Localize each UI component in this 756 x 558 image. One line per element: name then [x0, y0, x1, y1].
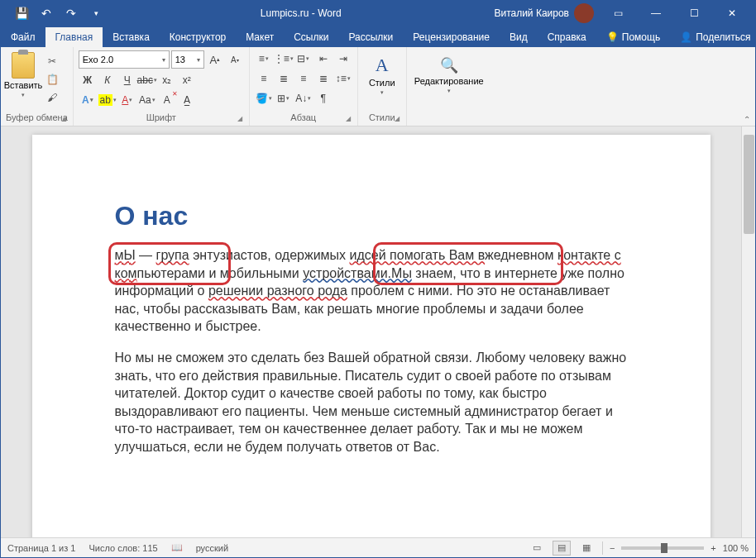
titlebar: 💾 ↶ ↷ ▾ Lumpics.ru - Word Виталий Каиров… — [1, 1, 755, 26]
font-size-combo[interactable]: 13▾ — [171, 50, 204, 69]
text-effects-icon[interactable]: A — [79, 92, 97, 108]
styles-icon: A — [376, 55, 389, 76]
line-spacing-icon[interactable]: ↕≡ — [334, 70, 352, 87]
document-page[interactable]: О нас мЫ — група энтузиастов, одержимых … — [32, 135, 711, 537]
clipboard-icon — [12, 52, 35, 79]
zoom-level[interactable]: 100 % — [723, 543, 749, 553]
paste-button[interactable]: Вставить ▾ — [6, 50, 41, 100]
borders-icon[interactable]: ⊞ — [275, 90, 293, 107]
styles-button[interactable]: A Стили ▾ — [363, 50, 401, 100]
dialog-launcher-icon[interactable]: ◢ — [395, 115, 400, 122]
proofing-icon[interactable]: 📖 — [171, 542, 183, 553]
zoom-in-icon[interactable]: + — [711, 543, 715, 553]
maximize-icon[interactable]: ☐ — [675, 1, 713, 26]
editing-button[interactable]: 🔍 Редактирование ▾ — [412, 50, 486, 100]
decrease-indent-icon[interactable]: ⇤ — [314, 50, 333, 67]
show-marks-icon[interactable]: ¶ — [314, 90, 333, 107]
sort-icon[interactable]: A↓ — [294, 90, 313, 107]
quick-access-toolbar: 💾 ↶ ↷ ▾ — [5, 3, 112, 23]
tab-review[interactable]: Рецензирование — [403, 27, 500, 47]
strikethrough-icon[interactable]: abc — [138, 72, 156, 88]
tab-view[interactable]: Вид — [500, 27, 538, 47]
dialog-launcher-icon[interactable]: ◢ — [237, 115, 242, 122]
undo-icon[interactable]: ↶ — [36, 3, 56, 23]
group-styles: A Стили ▾ Стили◢ — [358, 47, 407, 126]
increase-indent-icon[interactable]: ⇥ — [334, 50, 352, 67]
cut-icon[interactable]: ✂ — [44, 54, 60, 69]
group-label-paragraph: Абзац◢ — [255, 111, 352, 124]
print-layout-icon[interactable]: ▤ — [553, 541, 571, 556]
numbering-icon[interactable]: ⋮≡ — [275, 50, 293, 67]
font-color-icon[interactable]: A — [118, 92, 136, 108]
format-painter-icon[interactable]: 🖌 — [44, 90, 60, 105]
tab-file[interactable]: Файл — [1, 27, 45, 47]
shading-icon[interactable]: 🪣 — [255, 90, 273, 107]
chevron-down-icon: ▾ — [447, 88, 451, 94]
multilevel-list-icon[interactable]: ⊟ — [294, 50, 313, 67]
underline-icon[interactable]: Ч — [118, 72, 136, 88]
tab-design[interactable]: Конструктор — [160, 27, 236, 47]
group-editing: 🔍 Редактирование ▾ — [407, 47, 491, 126]
zoom-out-icon[interactable]: − — [610, 543, 615, 553]
redo-icon[interactable]: ↷ — [61, 3, 81, 23]
character-border-icon[interactable]: A̲ — [178, 92, 196, 108]
tab-mailings[interactable]: Рассылки — [338, 27, 403, 47]
dialog-launcher-icon[interactable]: ◢ — [61, 115, 66, 122]
justify-icon[interactable]: ≣ — [314, 70, 333, 87]
tab-layout[interactable]: Макет — [236, 27, 284, 47]
vertical-scrollbar[interactable] — [741, 126, 755, 537]
page-scroll[interactable]: О нас мЫ — група энтузиастов, одержимых … — [1, 126, 741, 537]
read-mode-icon[interactable]: ▭ — [528, 541, 546, 556]
tab-help[interactable]: Справка — [538, 27, 596, 47]
tab-home[interactable]: Главная — [45, 27, 103, 47]
zoom-slider[interactable] — [621, 546, 704, 550]
app-window: 💾 ↶ ↷ ▾ Lumpics.ru - Word Виталий Каиров… — [0, 0, 756, 558]
tab-references[interactable]: Ссылки — [284, 27, 338, 47]
ribbon-display-icon[interactable]: ▭ — [599, 1, 637, 26]
group-paragraph: ≡ ⋮≡ ⊟ ⇤ ⇥ ≡ ≣ ≡ ≣ ↕≡ 🪣 — [250, 47, 358, 126]
dialog-launcher-icon[interactable]: ◢ — [346, 115, 351, 122]
subscript-icon[interactable]: x₂ — [158, 72, 176, 88]
statusbar: Страница 1 из 1 Число слов: 115 📖 русски… — [1, 537, 755, 557]
scrollbar-thumb[interactable] — [744, 135, 754, 234]
window-controls: — ☐ ✕ — [637, 1, 751, 26]
zoom-thumb[interactable] — [661, 543, 667, 553]
search-icon: 🔍 — [440, 56, 458, 74]
qat-customize-icon[interactable]: ▾ — [86, 3, 106, 23]
italic-icon[interactable]: К — [98, 72, 117, 88]
bold-icon[interactable]: Ж — [79, 72, 97, 88]
web-layout-icon[interactable]: ▦ — [577, 541, 596, 556]
align-center-icon[interactable]: ≣ — [275, 70, 293, 87]
align-right-icon[interactable]: ≡ — [294, 70, 313, 87]
status-word-count[interactable]: Число слов: 115 — [89, 543, 157, 553]
minimize-icon[interactable]: — — [637, 1, 675, 26]
window-title: Lumpics.ru - Word — [112, 7, 489, 19]
bullets-icon[interactable]: ≡ — [255, 50, 273, 67]
copy-icon[interactable]: 📋 — [44, 72, 60, 87]
status-language[interactable]: русский — [196, 543, 228, 553]
doc-paragraph-1: мЫ — група энтузиастов, одержимых идсей … — [115, 246, 628, 336]
share-button[interactable]: 👤Поделиться — [670, 27, 756, 47]
shrink-font-icon[interactable]: A▾ — [226, 51, 244, 68]
chevron-down-icon: ▾ — [22, 92, 25, 98]
clear-formatting-icon[interactable]: A✕ — [158, 92, 176, 108]
change-case-icon[interactable]: Aa — [138, 92, 156, 108]
tab-insert[interactable]: Вставка — [103, 27, 160, 47]
separator — [602, 541, 603, 555]
document-area: О нас мЫ — група энтузиастов, одержимых … — [1, 126, 755, 537]
status-page[interactable]: Страница 1 из 1 — [7, 543, 75, 553]
user-name: Виталий Каиров — [494, 7, 569, 19]
save-icon[interactable]: 💾 — [12, 3, 31, 23]
superscript-icon[interactable]: x² — [178, 72, 196, 88]
align-left-icon[interactable]: ≡ — [255, 70, 273, 87]
close-icon[interactable]: ✕ — [713, 1, 751, 26]
highlight-icon[interactable]: ab — [98, 92, 117, 108]
grow-font-icon[interactable]: A▴ — [206, 51, 224, 68]
user-account[interactable]: Виталий Каиров — [489, 3, 599, 23]
group-label-clipboard: Буфер обмена◢ — [6, 111, 68, 124]
font-name-combo[interactable]: Exo 2.0▾ — [79, 50, 170, 69]
collapse-ribbon-icon[interactable]: ⌃ — [744, 115, 750, 124]
group-label-editing — [412, 111, 486, 124]
help-button[interactable]: 💡Помощь — [596, 27, 670, 47]
doc-paragraph-2: Но мы не сможем это сделать без Вашей об… — [115, 349, 628, 456]
